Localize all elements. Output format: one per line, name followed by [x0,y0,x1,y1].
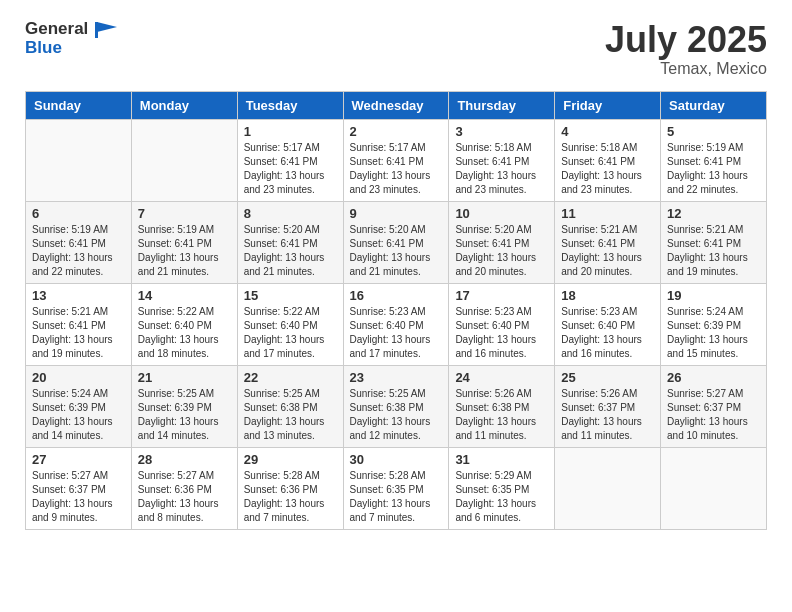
day-info: Sunrise: 5:24 AMSunset: 6:39 PMDaylight:… [667,305,760,361]
calendar-header-row: SundayMondayTuesdayWednesdayThursdayFrid… [26,91,767,119]
calendar-day-cell: 3Sunrise: 5:18 AMSunset: 6:41 PMDaylight… [449,119,555,201]
day-number: 8 [244,206,337,221]
calendar-day-cell: 9Sunrise: 5:20 AMSunset: 6:41 PMDaylight… [343,201,449,283]
calendar-day-cell [661,447,767,529]
calendar-day-cell: 19Sunrise: 5:24 AMSunset: 6:39 PMDayligh… [661,283,767,365]
calendar-week-row: 6Sunrise: 5:19 AMSunset: 6:41 PMDaylight… [26,201,767,283]
day-number: 23 [350,370,443,385]
calendar-day-cell: 11Sunrise: 5:21 AMSunset: 6:41 PMDayligh… [555,201,661,283]
day-of-week-header: Tuesday [237,91,343,119]
day-info: Sunrise: 5:20 AMSunset: 6:41 PMDaylight:… [244,223,337,279]
day-number: 18 [561,288,654,303]
day-number: 2 [350,124,443,139]
day-info: Sunrise: 5:19 AMSunset: 6:41 PMDaylight:… [32,223,125,279]
day-info: Sunrise: 5:23 AMSunset: 6:40 PMDaylight:… [455,305,548,361]
day-info: Sunrise: 5:20 AMSunset: 6:41 PMDaylight:… [350,223,443,279]
day-info: Sunrise: 5:28 AMSunset: 6:35 PMDaylight:… [350,469,443,525]
day-of-week-header: Monday [131,91,237,119]
day-number: 15 [244,288,337,303]
calendar-day-cell: 14Sunrise: 5:22 AMSunset: 6:40 PMDayligh… [131,283,237,365]
calendar-day-cell: 21Sunrise: 5:25 AMSunset: 6:39 PMDayligh… [131,365,237,447]
svg-rect-1 [95,22,98,38]
calendar-day-cell: 26Sunrise: 5:27 AMSunset: 6:37 PMDayligh… [661,365,767,447]
calendar-day-cell: 13Sunrise: 5:21 AMSunset: 6:41 PMDayligh… [26,283,132,365]
page-header: General Blue July 2025 Temax, Mexico [10,10,782,83]
day-of-week-header: Friday [555,91,661,119]
calendar-day-cell: 31Sunrise: 5:29 AMSunset: 6:35 PMDayligh… [449,447,555,529]
day-info: Sunrise: 5:17 AMSunset: 6:41 PMDaylight:… [244,141,337,197]
day-of-week-header: Sunday [26,91,132,119]
day-number: 30 [350,452,443,467]
day-info: Sunrise: 5:17 AMSunset: 6:41 PMDaylight:… [350,141,443,197]
day-number: 13 [32,288,125,303]
day-info: Sunrise: 5:19 AMSunset: 6:41 PMDaylight:… [667,141,760,197]
day-info: Sunrise: 5:25 AMSunset: 6:38 PMDaylight:… [244,387,337,443]
calendar-day-cell [555,447,661,529]
day-number: 17 [455,288,548,303]
calendar-day-cell: 16Sunrise: 5:23 AMSunset: 6:40 PMDayligh… [343,283,449,365]
calendar-day-cell [26,119,132,201]
day-number: 14 [138,288,231,303]
day-of-week-header: Thursday [449,91,555,119]
day-info: Sunrise: 5:18 AMSunset: 6:41 PMDaylight:… [561,141,654,197]
day-number: 25 [561,370,654,385]
day-number: 19 [667,288,760,303]
day-info: Sunrise: 5:25 AMSunset: 6:38 PMDaylight:… [350,387,443,443]
day-number: 1 [244,124,337,139]
day-info: Sunrise: 5:26 AMSunset: 6:38 PMDaylight:… [455,387,548,443]
calendar-day-cell: 20Sunrise: 5:24 AMSunset: 6:39 PMDayligh… [26,365,132,447]
day-info: Sunrise: 5:22 AMSunset: 6:40 PMDaylight:… [138,305,231,361]
day-number: 3 [455,124,548,139]
day-info: Sunrise: 5:27 AMSunset: 6:37 PMDaylight:… [32,469,125,525]
day-of-week-header: Saturday [661,91,767,119]
calendar-day-cell: 2Sunrise: 5:17 AMSunset: 6:41 PMDaylight… [343,119,449,201]
calendar-day-cell: 22Sunrise: 5:25 AMSunset: 6:38 PMDayligh… [237,365,343,447]
day-number: 29 [244,452,337,467]
day-info: Sunrise: 5:23 AMSunset: 6:40 PMDaylight:… [350,305,443,361]
day-of-week-header: Wednesday [343,91,449,119]
calendar-day-cell: 25Sunrise: 5:26 AMSunset: 6:37 PMDayligh… [555,365,661,447]
calendar-day-cell: 5Sunrise: 5:19 AMSunset: 6:41 PMDaylight… [661,119,767,201]
title-block: July 2025 Temax, Mexico [605,20,767,78]
day-number: 5 [667,124,760,139]
calendar-day-cell [131,119,237,201]
calendar-day-cell: 8Sunrise: 5:20 AMSunset: 6:41 PMDaylight… [237,201,343,283]
day-info: Sunrise: 5:28 AMSunset: 6:36 PMDaylight:… [244,469,337,525]
logo-general: General [25,20,117,39]
calendar-day-cell: 17Sunrise: 5:23 AMSunset: 6:40 PMDayligh… [449,283,555,365]
day-number: 9 [350,206,443,221]
svg-marker-0 [97,22,117,32]
calendar-day-cell: 24Sunrise: 5:26 AMSunset: 6:38 PMDayligh… [449,365,555,447]
location-title: Temax, Mexico [605,60,767,78]
calendar-day-cell: 4Sunrise: 5:18 AMSunset: 6:41 PMDaylight… [555,119,661,201]
day-info: Sunrise: 5:26 AMSunset: 6:37 PMDaylight:… [561,387,654,443]
day-info: Sunrise: 5:25 AMSunset: 6:39 PMDaylight:… [138,387,231,443]
day-info: Sunrise: 5:21 AMSunset: 6:41 PMDaylight:… [561,223,654,279]
month-title: July 2025 [605,20,767,60]
calendar-day-cell: 6Sunrise: 5:19 AMSunset: 6:41 PMDaylight… [26,201,132,283]
calendar-day-cell: 12Sunrise: 5:21 AMSunset: 6:41 PMDayligh… [661,201,767,283]
day-number: 26 [667,370,760,385]
day-info: Sunrise: 5:21 AMSunset: 6:41 PMDaylight:… [667,223,760,279]
calendar-week-row: 1Sunrise: 5:17 AMSunset: 6:41 PMDaylight… [26,119,767,201]
day-number: 7 [138,206,231,221]
calendar-table: SundayMondayTuesdayWednesdayThursdayFrid… [25,91,767,530]
calendar-day-cell: 10Sunrise: 5:20 AMSunset: 6:41 PMDayligh… [449,201,555,283]
calendar-day-cell: 1Sunrise: 5:17 AMSunset: 6:41 PMDaylight… [237,119,343,201]
day-number: 4 [561,124,654,139]
day-info: Sunrise: 5:27 AMSunset: 6:36 PMDaylight:… [138,469,231,525]
day-number: 20 [32,370,125,385]
day-number: 27 [32,452,125,467]
logo-flag-icon [95,22,117,38]
calendar-day-cell: 30Sunrise: 5:28 AMSunset: 6:35 PMDayligh… [343,447,449,529]
day-info: Sunrise: 5:24 AMSunset: 6:39 PMDaylight:… [32,387,125,443]
calendar-day-cell: 18Sunrise: 5:23 AMSunset: 6:40 PMDayligh… [555,283,661,365]
day-number: 12 [667,206,760,221]
day-number: 31 [455,452,548,467]
day-info: Sunrise: 5:29 AMSunset: 6:35 PMDaylight:… [455,469,548,525]
calendar-day-cell: 23Sunrise: 5:25 AMSunset: 6:38 PMDayligh… [343,365,449,447]
day-number: 10 [455,206,548,221]
calendar-week-row: 27Sunrise: 5:27 AMSunset: 6:37 PMDayligh… [26,447,767,529]
day-number: 11 [561,206,654,221]
calendar-week-row: 13Sunrise: 5:21 AMSunset: 6:41 PMDayligh… [26,283,767,365]
